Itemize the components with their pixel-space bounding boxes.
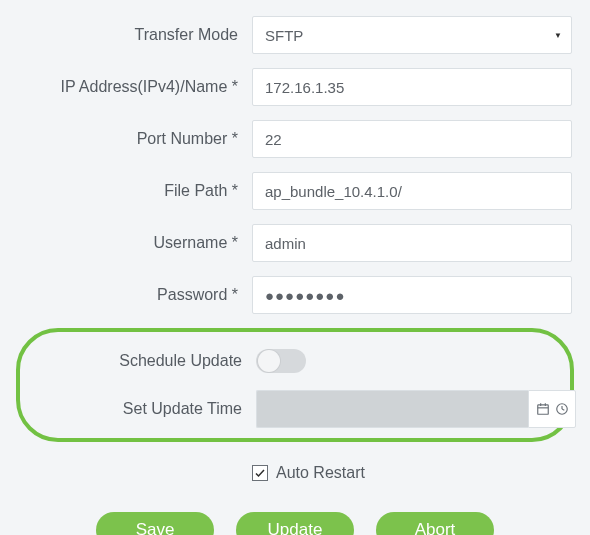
label-schedule-update: Schedule Update: [28, 352, 256, 370]
password-input[interactable]: ●●●●●●●●: [252, 276, 572, 314]
update-button[interactable]: Update: [236, 512, 354, 535]
row-set-update-time: Set Update Time: [28, 390, 562, 428]
row-port: Port Number *: [12, 120, 578, 158]
schedule-update-toggle[interactable]: [256, 349, 306, 373]
ip-input[interactable]: [252, 68, 572, 106]
port-input[interactable]: [252, 120, 572, 158]
row-filepath: File Path *: [12, 172, 578, 210]
row-schedule-update: Schedule Update: [28, 342, 562, 380]
auto-restart-checkbox[interactable]: [252, 465, 268, 481]
label-transfer-mode: Transfer Mode: [12, 26, 252, 44]
calendar-icon: [536, 402, 550, 416]
row-username: Username *: [12, 224, 578, 262]
label-filepath: File Path *: [12, 182, 252, 200]
filepath-input[interactable]: [252, 172, 572, 210]
button-bar: Save Update Abort: [12, 512, 578, 535]
label-port: Port Number *: [12, 130, 252, 148]
save-button[interactable]: Save: [96, 512, 214, 535]
row-password: Password * ●●●●●●●●: [12, 276, 578, 314]
schedule-highlight: Schedule Update Set Update Time: [16, 328, 574, 442]
row-ip: IP Address(IPv4)/Name *: [12, 68, 578, 106]
username-input[interactable]: [252, 224, 572, 262]
row-auto-restart: Auto Restart: [12, 454, 578, 492]
label-username: Username *: [12, 234, 252, 252]
toggle-thumb: [258, 350, 280, 372]
label-password: Password *: [12, 286, 252, 304]
label-auto-restart: Auto Restart: [276, 464, 365, 482]
row-transfer-mode: Transfer Mode SFTP ▼: [12, 16, 578, 54]
svg-rect-0: [537, 405, 548, 414]
update-time-picker-button[interactable]: [528, 390, 576, 428]
abort-button[interactable]: Abort: [376, 512, 494, 535]
label-ip: IP Address(IPv4)/Name *: [12, 78, 252, 96]
check-icon: [254, 467, 266, 479]
clock-icon: [555, 402, 569, 416]
label-set-update-time: Set Update Time: [28, 400, 256, 418]
update-time-input: [256, 390, 528, 428]
update-time-field: [256, 390, 576, 428]
transfer-mode-select[interactable]: SFTP: [252, 16, 572, 54]
svg-line-6: [562, 409, 564, 410]
firmware-update-form: Transfer Mode SFTP ▼ IP Address(IPv4)/Na…: [0, 0, 590, 535]
